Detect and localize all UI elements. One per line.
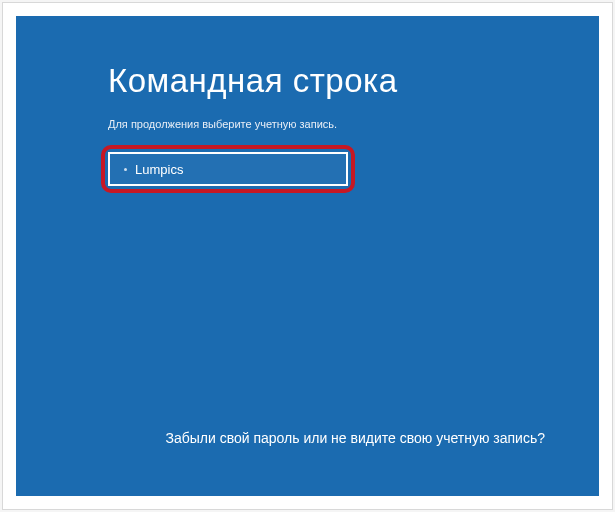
bullet-icon <box>124 168 127 171</box>
account-item-lumpics[interactable]: Lumpics <box>108 152 348 186</box>
page-subtitle: Для продолжения выберите учетную запись. <box>108 118 507 130</box>
account-label: Lumpics <box>135 162 183 177</box>
page-title: Командная строка <box>108 62 507 100</box>
forgot-password-link[interactable]: Забыли свой пароль или не видите свою уч… <box>165 430 545 446</box>
account-list: Lumpics <box>108 152 348 186</box>
recovery-screen: Командная строка Для продолжения выберит… <box>16 16 599 496</box>
window-frame: Командная строка Для продолжения выберит… <box>2 2 613 510</box>
